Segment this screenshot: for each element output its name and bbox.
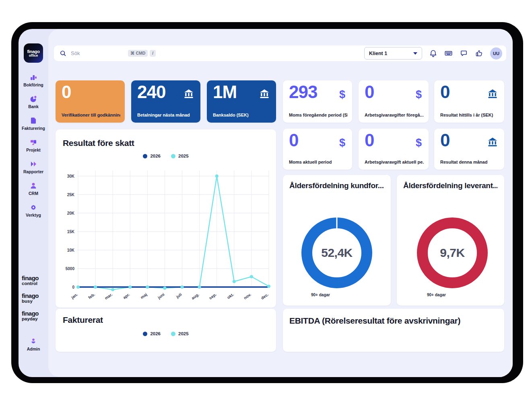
donut-footnote: 90+ dagar xyxy=(427,293,446,297)
logo-text: finago xyxy=(27,49,39,54)
sidebar-brands: finago control finago busy finago payday xyxy=(19,275,48,322)
donut-center-value: 52,4K xyxy=(301,217,372,288)
brand-name: finago xyxy=(22,310,45,316)
svg-text:maj: maj xyxy=(140,292,148,300)
svg-text:jan.: jan. xyxy=(70,292,78,300)
sidebar-item-label: Bank xyxy=(28,104,39,109)
finago-office-logo[interactable]: finago office xyxy=(24,43,43,63)
sidebar-item-label: CRM xyxy=(29,191,38,196)
svg-text:15K: 15K xyxy=(67,230,75,234)
sidebar-nav: Bokföring Bank Fakturering xyxy=(19,73,48,217)
kpi-value: 0 xyxy=(365,130,374,150)
kpi-card-banksaldo[interactable]: 1M Banksaldo (SEK) xyxy=(207,80,276,123)
search-shortcut-hint: ⌘ CMD / xyxy=(128,45,156,61)
project-shapes-icon xyxy=(29,138,37,146)
sidebar-item-crm[interactable]: CRM xyxy=(19,182,48,196)
sidebar-item-label: Bokföring xyxy=(23,82,43,87)
chart-card-resultat-fore-skatt: Resultat före skatt 2026 2025 jan.feb.ma… xyxy=(56,129,276,308)
chart-card-fakturerat: Fakturerat 2026 2025 xyxy=(56,309,276,352)
kpi-label: Moms föregående period (SEK) xyxy=(289,113,348,117)
chat-icon[interactable] xyxy=(460,49,468,57)
kpi-card-moms-aktuell[interactable]: 0 $ Moms aktuell period xyxy=(283,129,352,170)
sidebar-item-verktyg[interactable]: Verktyg xyxy=(19,203,48,217)
svg-text:sep.: sep. xyxy=(208,292,217,301)
top-bar: ⌘ CMD / Klient 1 xyxy=(54,45,506,61)
search-input[interactable] xyxy=(70,50,120,57)
brand-name: finago xyxy=(22,275,45,281)
kpi-card-arbetsgivaravgift-aktuell[interactable]: 0 $ Arbetsgivaravgift aktuell pe... xyxy=(359,129,429,170)
kpi-card-resultat-manad[interactable]: 0 Resultat denna månad xyxy=(434,129,504,170)
kpi-value: 240 xyxy=(137,82,165,102)
chart-title: Åldersfördelning kundfor... xyxy=(289,181,384,190)
legend-label: 2026 xyxy=(150,154,161,158)
admin-person-icon xyxy=(29,337,37,345)
svg-text:apr.: apr. xyxy=(122,292,131,300)
keyboard-icon[interactable] xyxy=(444,49,453,57)
client-selector-dropdown[interactable]: Klient 1 xyxy=(364,47,422,59)
kpi-label: Arbetsgivaravgifter föregå... xyxy=(365,113,424,117)
sidebar-item-bank[interactable]: Bank xyxy=(19,95,48,109)
search-field xyxy=(60,45,120,61)
kpi-card-verifikationer[interactable]: 0 Verifikationer till godkänning xyxy=(56,80,125,123)
legend-item-2026[interactable]: 2026 xyxy=(143,154,161,158)
svg-text:aug.: aug. xyxy=(191,292,200,301)
legend-label: 2025 xyxy=(178,331,189,336)
sidebar-item-label: Rapporter xyxy=(23,169,43,174)
legend-dot xyxy=(143,154,147,158)
kpi-value: 0 xyxy=(440,82,450,102)
dollar-icon: $ xyxy=(339,137,345,149)
search-icon xyxy=(60,50,66,57)
kpi-card-moms-foregaende[interactable]: 293 $ Moms föregående period (SEK) xyxy=(283,80,352,123)
legend-item-2025[interactable]: 2025 xyxy=(171,154,189,158)
legend-item-2025[interactable]: 2025 xyxy=(171,331,189,336)
brand-product: control xyxy=(22,281,45,286)
bell-icon[interactable] xyxy=(429,49,437,57)
brand-name: finago xyxy=(22,293,45,299)
kpi-card-resultat-ar[interactable]: 0 Resultat hittills i år (SEK) xyxy=(434,80,504,123)
sidebar-item-admin[interactable]: Admin xyxy=(19,337,48,351)
kpi-label: Betalningar nästa månad xyxy=(137,113,190,117)
chart-card-ebitda: EBITDA (Rörelseresultat före avskrivning… xyxy=(283,309,504,352)
reports-chevrons-icon xyxy=(29,160,37,168)
sidebar-item-projekt[interactable]: Projekt xyxy=(19,138,48,152)
dollar-icon: $ xyxy=(416,88,422,101)
brand-product: busy xyxy=(22,299,45,304)
cmd-key-badge: ⌘ CMD xyxy=(128,50,148,57)
thumbs-up-icon[interactable] xyxy=(475,49,483,57)
chart-card-aldersfordelning-leverantor: Åldersfördelning leverant... 9,7K 90+ da… xyxy=(397,175,504,306)
bookkeeping-bars-icon xyxy=(29,73,37,81)
kpi-value: 0 xyxy=(62,82,71,102)
chart-legend: 2026 2025 xyxy=(56,154,276,158)
chart-card-aldersfordelning-kund: Åldersfördelning kundfor... 52,4K 90+ da… xyxy=(283,175,391,306)
legend-label: 2025 xyxy=(178,154,189,158)
bank-icon xyxy=(487,88,498,100)
chevron-down-icon xyxy=(413,52,417,55)
svg-text:feb.: feb. xyxy=(87,292,96,300)
kpi-card-arbetsgivaravgifter-foregaende[interactable]: 0 $ Arbetsgivaravgifter föregå... xyxy=(359,80,429,123)
kpi-value: 293 xyxy=(289,82,317,102)
kpi-value: 0 xyxy=(365,82,374,102)
bank-icon xyxy=(183,88,194,100)
logo-subtext: office xyxy=(29,54,38,57)
kpi-card-betalningar[interactable]: 240 Betalningar nästa månad xyxy=(131,80,200,123)
brand-finago-control[interactable]: finago control xyxy=(22,275,45,286)
sidebar-item-rapporter[interactable]: Rapporter xyxy=(19,160,48,174)
user-avatar[interactable]: UU xyxy=(490,47,502,59)
chart-title: Resultat före skatt xyxy=(63,138,134,148)
svg-text:nov.: nov. xyxy=(243,292,252,301)
bank-icon xyxy=(259,88,270,100)
sidebar-item-bokforing[interactable]: Bokföring xyxy=(19,73,48,87)
brand-finago-payday[interactable]: finago payday xyxy=(22,310,45,322)
svg-text:juli: juli xyxy=(175,292,183,299)
brand-finago-busy[interactable]: finago busy xyxy=(22,293,45,304)
sidebar-item-fakturering[interactable]: Fakturering xyxy=(19,117,48,131)
svg-text:30K: 30K xyxy=(67,174,75,178)
donut-center-value: 9,7K xyxy=(417,217,488,288)
app-window: finago office Bokföring Bank xyxy=(19,29,513,377)
legend-item-2026[interactable]: 2026 xyxy=(143,331,161,336)
svg-text:20K: 20K xyxy=(67,211,75,215)
dollar-icon: $ xyxy=(416,137,422,149)
sidebar-item-label: Verktyg xyxy=(26,213,41,217)
kpi-label: Arbetsgivaravgift aktuell pe... xyxy=(365,160,424,164)
kpi-label: Banksaldo (SEK) xyxy=(213,113,249,117)
